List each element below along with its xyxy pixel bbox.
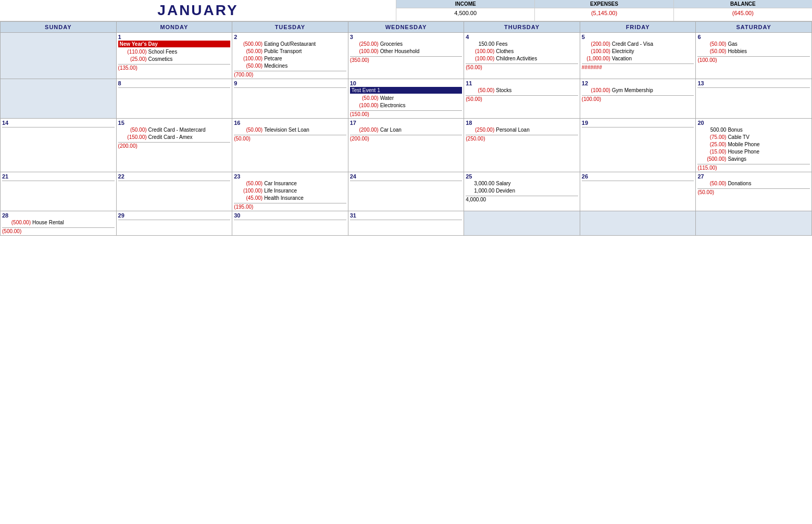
entry-amount: (50.00) bbox=[697, 180, 726, 187]
day-number: 10 bbox=[350, 80, 463, 86]
week-row-4: 21 22 23(50.00)Car Insurance(100.00)Life… bbox=[1, 172, 812, 211]
entry-description: Water bbox=[380, 95, 394, 102]
day-number: 3 bbox=[350, 34, 463, 40]
expenses-label: EXPENSES bbox=[535, 0, 673, 8]
day-total: (200.00) bbox=[118, 142, 231, 149]
day-cell: 6(50.00)Gas(50.00)Hobbies(100.00) bbox=[696, 33, 812, 79]
balance-label: BALANCE bbox=[674, 0, 812, 8]
balance-cell: BALANCE (645.00) bbox=[674, 0, 812, 21]
entry-row: (200.00)Car Loan bbox=[350, 126, 463, 134]
day-cell: 5(200.00)Credit Card - Visa(100.00)Elect… bbox=[580, 33, 696, 79]
entry-amount: (50.00) bbox=[697, 48, 726, 55]
entry-row: (100.00)Gym Membership bbox=[582, 87, 694, 94]
day-total-empty bbox=[697, 87, 810, 94]
entry-amount: 1,000.00 bbox=[466, 187, 494, 195]
entry-row: (15.00)House Phone bbox=[697, 148, 810, 156]
entry-description: Cable TV bbox=[728, 134, 749, 141]
day-total-empty bbox=[2, 181, 115, 187]
day-cell: 253,000.00Salary1,000.00Deviden4,000.00 bbox=[464, 172, 580, 211]
entry-row: (50.00)Donations bbox=[697, 180, 810, 187]
entry-row: 150.00Fees bbox=[466, 41, 578, 48]
day-cell bbox=[696, 211, 812, 236]
day-cell: 2(500.00)Eating Out/Restaurant(50.00)Pub… bbox=[232, 33, 348, 79]
day-total: (50.00) bbox=[466, 95, 578, 102]
income-cell: INCOME 4,500.00 bbox=[396, 0, 535, 21]
entry-description: Salary bbox=[496, 180, 510, 187]
entry-amount: (500.00) bbox=[2, 219, 31, 226]
day-cell bbox=[464, 211, 580, 236]
day-header-thursday: THURSDAY bbox=[464, 22, 580, 33]
day-number: 28 bbox=[2, 212, 115, 219]
day-total-empty bbox=[582, 127, 694, 134]
entry-description: Electronics bbox=[380, 102, 406, 109]
entry-row: (75.00)Cable TV bbox=[697, 134, 810, 141]
day-header-saturday: SATURDAY bbox=[696, 22, 812, 33]
day-cell: 19 bbox=[580, 119, 696, 172]
entry-amount: (100.00) bbox=[234, 187, 263, 195]
entry-amount: (250.00) bbox=[350, 41, 379, 48]
week-row-2: 8 9 10Test Event 1(50.00)Water(100.00)El… bbox=[1, 79, 812, 119]
entry-amount: (50.00) bbox=[118, 126, 147, 134]
entry-description: Credit Card - Amex bbox=[148, 134, 193, 141]
day-header-tuesday: TUESDAY bbox=[232, 22, 348, 33]
day-cell: 16(50.00)Television Set Loan(50.00) bbox=[232, 119, 348, 172]
day-total-empty bbox=[118, 87, 231, 94]
entry-description: Savings bbox=[728, 156, 746, 163]
entry-row: (100.00)Petcare bbox=[234, 55, 346, 62]
entry-row: (25.00)Mobile Phone bbox=[697, 141, 810, 148]
entry-description: Television Set Loan bbox=[264, 126, 309, 134]
entry-description: Cosmetics bbox=[148, 56, 173, 63]
calendar: SUNDAYMONDAYTUESDAYWEDNESDAYTHURSDAYFRID… bbox=[0, 21, 812, 236]
entry-amount: (100.00) bbox=[466, 48, 494, 55]
day-cell: 4150.00Fees(100.00)Clothes(100.00)Childr… bbox=[464, 33, 580, 79]
entry-row: (45.00)Health Insurance bbox=[234, 195, 346, 202]
entry-description: Donations bbox=[728, 180, 751, 187]
entry-amount: (15.00) bbox=[697, 148, 726, 156]
day-total-empty bbox=[582, 181, 694, 187]
income-label: INCOME bbox=[396, 0, 534, 8]
week-row-5: 28(500.00)House Rental(500.00)29 30 31 bbox=[1, 211, 812, 236]
day-number: 30 bbox=[234, 212, 346, 219]
entry-row: (100.00)Electronics bbox=[350, 102, 463, 109]
day-number: 27 bbox=[697, 173, 810, 180]
day-cell: 12(100.00)Gym Membership(100.00) bbox=[580, 79, 696, 119]
day-number: 13 bbox=[697, 80, 810, 86]
day-number: 25 bbox=[466, 173, 578, 180]
header: JANUARY INCOME 4,500.00 EXPENSES (5,145.… bbox=[0, 0, 812, 21]
entry-row: (50.00)Stocks bbox=[466, 87, 578, 94]
day-total: (700.00) bbox=[234, 71, 346, 78]
entry-row: 1,000.00Deviden bbox=[466, 187, 578, 195]
entry-amount: (100.00) bbox=[582, 87, 610, 94]
entry-amount: (50.00) bbox=[234, 62, 263, 70]
day-total: (50.00) bbox=[697, 188, 810, 195]
entry-description: Clothes bbox=[496, 48, 514, 55]
entry-row: (100.00)Children Activities bbox=[466, 55, 578, 62]
day-number: 5 bbox=[582, 34, 694, 40]
entry-amount: (200.00) bbox=[350, 126, 379, 134]
day-number: 26 bbox=[582, 173, 694, 180]
entry-amount: (50.00) bbox=[234, 180, 263, 187]
day-total-empty bbox=[234, 220, 346, 226]
entry-amount: (100.00) bbox=[350, 48, 379, 55]
entry-description: Gas bbox=[728, 41, 737, 48]
entry-description: Car Loan bbox=[380, 126, 402, 134]
entry-description: Credit Card - Visa bbox=[612, 41, 653, 48]
entry-amount: (250.00) bbox=[466, 126, 494, 134]
entry-amount: (1,000.00) bbox=[582, 55, 610, 62]
day-total: (50.00) bbox=[466, 63, 578, 70]
day-cell: 29 bbox=[116, 211, 232, 236]
entry-amount: (100.00) bbox=[582, 48, 610, 55]
day-cell bbox=[580, 211, 696, 236]
expenses-value: (5,145.00) bbox=[535, 8, 673, 18]
entry-row: 3,000.00Salary bbox=[466, 180, 578, 187]
day-cell: 15(50.00)Credit Card - Mastercard(150.00… bbox=[116, 119, 232, 172]
entry-amount: (100.00) bbox=[234, 55, 263, 62]
day-total: (50.00) bbox=[234, 135, 346, 142]
day-cell: 24 bbox=[348, 172, 464, 211]
day-cell: 30 bbox=[232, 211, 348, 236]
entry-row: (50.00)Medicines bbox=[234, 62, 346, 70]
entry-row: (50.00)Credit Card - Mastercard bbox=[118, 126, 231, 134]
entry-description: Children Activities bbox=[496, 55, 537, 62]
entry-row: (25.00)Cosmetics bbox=[118, 56, 231, 63]
entry-description: Medicines bbox=[264, 62, 288, 70]
